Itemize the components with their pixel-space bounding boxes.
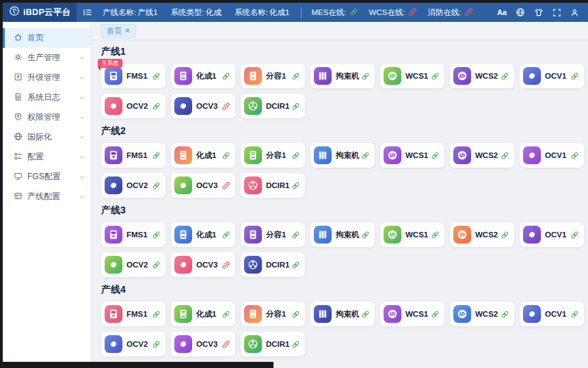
system-card[interactable]: DCIR1 <box>241 173 305 198</box>
link-online-icon[interactable] <box>291 261 300 270</box>
sidebar-item-home[interactable]: 首页 <box>3 28 91 48</box>
link-online-icon[interactable] <box>431 231 440 239</box>
system-card[interactable]: OCV2 <box>101 332 165 356</box>
link-online-icon[interactable] <box>222 151 230 160</box>
link-broken-icon[interactable] <box>222 340 230 349</box>
tab-close-icon[interactable]: × <box>125 27 130 35</box>
system-card[interactable]: FMS1 <box>101 143 165 168</box>
system-card[interactable]: DCIR1 <box>241 332 305 356</box>
link-broken-icon[interactable] <box>222 261 230 270</box>
link-online-icon[interactable] <box>152 102 161 111</box>
sidebar-item-config[interactable]: 配置 <box>3 147 91 167</box>
system-card[interactable]: OCV2 <box>101 173 165 198</box>
link-online-icon[interactable] <box>152 310 161 319</box>
link-online-icon[interactable] <box>152 231 161 239</box>
link-online-icon[interactable] <box>291 310 300 319</box>
link-online-icon[interactable] <box>222 231 230 239</box>
system-card[interactable]: DCIR1 <box>241 252 305 277</box>
link-online-icon[interactable] <box>152 181 161 190</box>
system-card[interactable]: OCV3 <box>171 252 235 277</box>
system-card[interactable]: WCS1 <box>380 222 444 247</box>
system-card[interactable]: WCS2 <box>450 143 514 168</box>
system-card[interactable]: 化成1 <box>171 302 235 326</box>
fullscreen-icon[interactable] <box>552 8 561 17</box>
system-card[interactable]: 分容1 <box>241 222 305 247</box>
link-online-icon[interactable] <box>500 231 509 239</box>
link-online-icon[interactable] <box>152 151 161 160</box>
system-card[interactable]: OCV1 <box>520 302 584 326</box>
system-icon <box>105 67 122 85</box>
sidebar-item-permission[interactable]: 权限管理 <box>3 107 91 127</box>
system-card[interactable]: WCS2 <box>450 222 514 247</box>
system-card[interactable]: FMS1 <box>101 302 165 326</box>
system-card[interactable]: WCS1 <box>380 302 444 326</box>
link-online-icon[interactable] <box>570 231 579 239</box>
link-online-icon[interactable] <box>361 231 370 239</box>
status-item: MES在线: <box>311 8 358 18</box>
system-card[interactable]: FMS1 <box>101 222 165 247</box>
link-online-icon[interactable] <box>152 340 161 349</box>
font-size-icon[interactable]: Aa <box>497 8 507 16</box>
system-card[interactable]: WCS2 <box>450 64 514 88</box>
system-card[interactable]: OCV1 <box>520 222 584 247</box>
system-card[interactable]: 分容1 <box>241 143 305 168</box>
link-online-icon[interactable] <box>152 261 161 270</box>
link-online-icon[interactable] <box>361 310 370 319</box>
system-card[interactable]: 化成1 <box>171 222 235 247</box>
link-online-icon[interactable] <box>431 72 440 81</box>
link-online-icon[interactable] <box>361 151 370 160</box>
language-icon[interactable] <box>516 8 525 17</box>
link-online-icon[interactable] <box>431 310 440 319</box>
system-card[interactable]: WCS1 <box>380 64 444 88</box>
theme-icon[interactable] <box>534 8 544 17</box>
system-card[interactable]: OCV2 <box>101 252 165 277</box>
system-card[interactable]: 主系统 FMS1 <box>101 64 165 88</box>
link-online-icon[interactable] <box>500 151 509 160</box>
link-broken-icon[interactable] <box>222 181 230 190</box>
link-online-icon[interactable] <box>570 310 579 319</box>
sidebar-item-monitor[interactable]: FGS配置 <box>3 167 91 187</box>
link-online-icon[interactable] <box>570 72 579 81</box>
system-card[interactable]: OCV3 <box>171 332 235 356</box>
system-card[interactable]: OCV3 <box>171 173 235 198</box>
link-online-icon[interactable] <box>222 310 230 319</box>
link-online-icon[interactable] <box>361 72 370 81</box>
system-card[interactable]: OCV1 <box>520 143 584 168</box>
link-online-icon[interactable] <box>291 231 300 239</box>
system-card[interactable]: DCIR1 <box>241 94 305 118</box>
sidebar-item-lineconfig[interactable]: 产线配置 <box>3 187 91 207</box>
system-card[interactable]: 拘束机 <box>310 302 375 326</box>
sidebar-item-upgrade[interactable]: 升级管理 <box>3 68 91 88</box>
link-broken-icon[interactable] <box>222 102 230 111</box>
link-online-icon[interactable] <box>500 72 509 81</box>
link-online-icon[interactable] <box>570 151 579 160</box>
link-online-icon[interactable] <box>291 151 300 160</box>
tab-home[interactable]: 首页 × <box>101 24 136 38</box>
link-online-icon[interactable] <box>222 72 230 81</box>
system-card[interactable]: 分容1 <box>241 302 305 326</box>
system-card[interactable]: OCV3 <box>171 94 235 118</box>
system-card[interactable]: OCV2 <box>101 94 165 118</box>
user-icon[interactable] <box>570 8 579 17</box>
sidebar-item-globe[interactable]: 国际化 <box>3 127 91 147</box>
link-online-icon[interactable] <box>500 310 509 319</box>
sidebar-item-label: 首页 <box>27 32 44 44</box>
system-card[interactable]: WCS2 <box>450 302 514 326</box>
link-online-icon[interactable] <box>291 72 300 81</box>
sidebar-item-log[interactable]: 系统日志 <box>3 88 91 107</box>
system-card[interactable]: 分容1 <box>241 64 305 88</box>
link-online-icon[interactable] <box>291 102 300 111</box>
system-card[interactable]: WCS1 <box>380 143 444 168</box>
system-card[interactable]: 拘束机 <box>310 222 375 247</box>
link-online-icon[interactable] <box>291 340 300 349</box>
system-card[interactable]: OCV1 <box>520 64 584 88</box>
system-card[interactable]: 化成1 <box>171 64 235 88</box>
menu-collapse-icon[interactable] <box>83 8 92 17</box>
system-card[interactable]: 拘束机 <box>310 143 375 168</box>
link-online-icon[interactable] <box>431 151 440 160</box>
link-online-icon[interactable] <box>152 72 161 81</box>
system-card[interactable]: 拘束机 <box>310 64 375 88</box>
system-card[interactable]: 化成1 <box>171 143 235 168</box>
link-online-icon[interactable] <box>291 181 300 190</box>
sidebar-item-production[interactable]: 生产管理 <box>3 48 91 68</box>
